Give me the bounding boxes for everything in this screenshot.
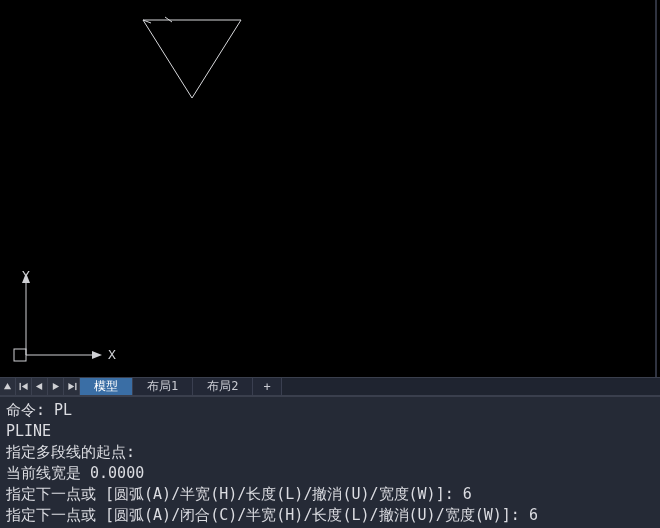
ucs-icon: Y X [12, 267, 122, 367]
tab-first-button[interactable] [16, 378, 32, 395]
triangle-left-icon [35, 382, 44, 391]
tab-layout2[interactable]: 布局2 [193, 378, 253, 395]
tab-add[interactable]: + [253, 378, 281, 395]
tab-label: 布局1 [147, 378, 178, 395]
tab-prev-button[interactable] [32, 378, 48, 395]
cmd-line: 当前线宽是 0.0000 [6, 463, 654, 484]
cmd-value: 0.0000 [90, 464, 144, 482]
tab-bar: 模型 布局1 布局2 + [0, 377, 660, 396]
tab-layout1[interactable]: 布局1 [133, 378, 193, 395]
ucs-y-label: Y [22, 268, 30, 283]
svg-marker-3 [92, 351, 102, 359]
cmd-text: 指定下一点或 [圆弧(A)/闭合(C)/半宽(H)/长度(L)/撤消(U)/宽度… [6, 506, 529, 524]
svg-marker-10 [68, 383, 74, 390]
tab-model[interactable]: 模型 [80, 378, 133, 395]
cmd-text: 指定下一点或 [圆弧(A)/半宽(H)/长度(L)/撤消(U)/宽度(W)]: [6, 485, 463, 503]
svg-marker-7 [21, 383, 27, 390]
cmd-text: 当前线宽是 [6, 464, 90, 482]
cmd-line: PLINE [6, 421, 654, 442]
svg-marker-8 [36, 383, 42, 390]
svg-rect-11 [75, 383, 76, 390]
tab-last-button[interactable] [64, 378, 80, 395]
polyline-triangle [139, 14, 249, 104]
command-window[interactable]: 命令: PL PLINE 指定多段线的起点: 当前线宽是 0.0000 指定下一… [0, 396, 660, 528]
drawing-canvas[interactable]: Y X [0, 0, 657, 377]
tab-next-button[interactable] [48, 378, 64, 395]
tab-label: 布局2 [207, 378, 238, 395]
tab-label: 模型 [94, 378, 118, 395]
svg-rect-6 [19, 383, 20, 390]
app-root: Y X [0, 0, 660, 528]
cmd-line: 指定下一点或 [圆弧(A)/半宽(H)/长度(L)/撤消(U)/宽度(W)]: … [6, 484, 654, 505]
triangle-up-icon [3, 382, 12, 391]
svg-marker-5 [4, 383, 11, 389]
skip-first-icon [19, 382, 29, 391]
cmd-value: 6 [529, 506, 538, 524]
svg-marker-9 [53, 383, 59, 390]
cmd-line: 命令: PL [6, 400, 654, 421]
triangle-right-icon [51, 382, 60, 391]
svg-marker-1 [22, 273, 30, 283]
cmd-line: 指定下一点或 [圆弧(A)/闭合(C)/半宽(H)/长度(L)/撤消(U)/宽度… [6, 505, 654, 526]
skip-last-icon [67, 382, 77, 391]
ucs-x-label: X [108, 347, 116, 362]
tab-menu-button[interactable] [0, 378, 16, 395]
cmd-line: 指定多段线的起点: [6, 442, 654, 463]
plus-icon: + [263, 380, 270, 394]
svg-rect-4 [14, 349, 26, 361]
cmd-value: 6 [463, 485, 472, 503]
